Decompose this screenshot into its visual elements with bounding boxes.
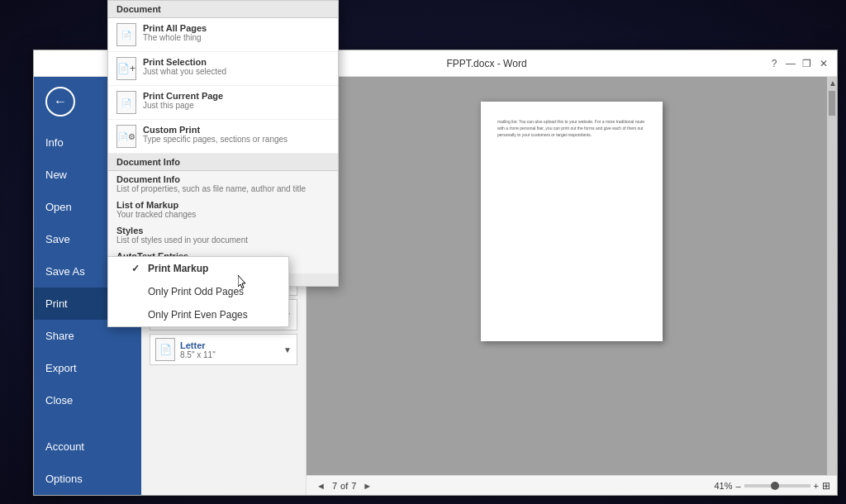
document-page: mailing list. You can also upload this t… [481,102,663,341]
paper-selector-sub: 8.5" x 11" [180,350,216,359]
back-icon: ← [54,94,67,109]
dd-item-list-markup[interactable]: List of Markup Your tracked changes [108,197,338,222]
sidebar-item-options[interactable]: Options [34,463,141,495]
zoom-in-button[interactable]: + [814,481,819,491]
document-preview: mailing list. You can also upload this t… [307,77,837,495]
zoom-out-button[interactable]: – [735,481,740,491]
dd-item-custom-print[interactable]: 📄⚙ Custom Print Type specific pages, sec… [108,120,338,154]
paper-selector-title: Letter [180,340,216,350]
submenu-item-odd[interactable]: Only Print Odd Pages [108,280,288,303]
dd-print-all-icon: 📄 [116,23,136,46]
document-section-header: Document [108,1,338,18]
dd-item-print-all[interactable]: 📄 Print All Pages The whole thing [108,18,338,52]
document-text: mailing list. You can also upload this t… [497,118,646,138]
paper-selector[interactable]: 📄 Letter 8.5" x 11" ▼ [150,334,297,365]
next-page-arrow[interactable]: ► [359,481,375,491]
page-total: 7 [351,481,356,491]
dd-item-styles[interactable]: Styles List of styles used in your docum… [108,222,338,248]
document-dropdown: Document 📄 Print All Pages The whole thi… [107,0,339,287]
window-controls: ? — ❒ ✕ [768,57,830,70]
close-button[interactable]: ✕ [817,57,830,70]
page-number: 7 [332,481,337,491]
dd-custom-print-icon: 📄⚙ [116,125,136,148]
dd-item-print-current[interactable]: 📄 Print Current Page Just this page [108,86,338,120]
help-button[interactable]: ? [768,57,781,70]
info-section-header: Document Info [108,154,338,171]
zoom-thumb [771,482,779,490]
zoom-level: 41% [714,481,732,491]
sidebar-bottom: Account Options [34,430,141,495]
minimize-button[interactable]: — [784,57,797,70]
back-button[interactable]: ← [45,87,75,116]
document-nav: ◄ 7 of 7 ► 41% – + ⊞ [307,475,837,495]
page-of: of [340,481,348,491]
zoom-control: 41% – + ⊞ [714,480,830,492]
dd-print-current-icon: 📄 [116,91,136,114]
dd-print-selection-icon: 📄+ [116,57,136,80]
dd-item-print-selection[interactable]: 📄+ Print Selection Just what you selecte… [108,52,338,86]
scrollbar-thumb[interactable] [829,91,835,116]
check-icon: ✓ [131,263,143,274]
prev-page-arrow[interactable]: ◄ [313,481,329,491]
submenu-item-even[interactable]: Only Print Even Pages [108,303,288,326]
restore-button[interactable]: ❒ [801,57,814,70]
window-title: FPPT.docx - Word [446,58,526,69]
sidebar-item-account[interactable]: Account [34,430,141,463]
fit-page-icon[interactable]: ⊞ [822,480,830,492]
submenu-dropdown: ✓ Print Markup Only Print Odd Pages Only… [107,256,289,327]
sidebar-item-export[interactable]: Export [34,352,141,384]
zoom-slider[interactable] [744,484,810,487]
dd-item-doc-info[interactable]: Document Info List of properties, such a… [108,171,338,197]
scroll-up-arrow[interactable]: ▲ [827,77,837,89]
paper-icon: 📄 [155,338,175,361]
dropdown-overlay: Document 📄 Print All Pages The whole thi… [107,0,339,287]
submenu-item-markup[interactable]: ✓ Print Markup [108,257,288,280]
paper-selector-arrow: ▼ [283,345,292,354]
sidebar-item-close[interactable]: Close [34,384,141,416]
preview-scrollbar[interactable]: ▲ ▼ [827,77,837,495]
